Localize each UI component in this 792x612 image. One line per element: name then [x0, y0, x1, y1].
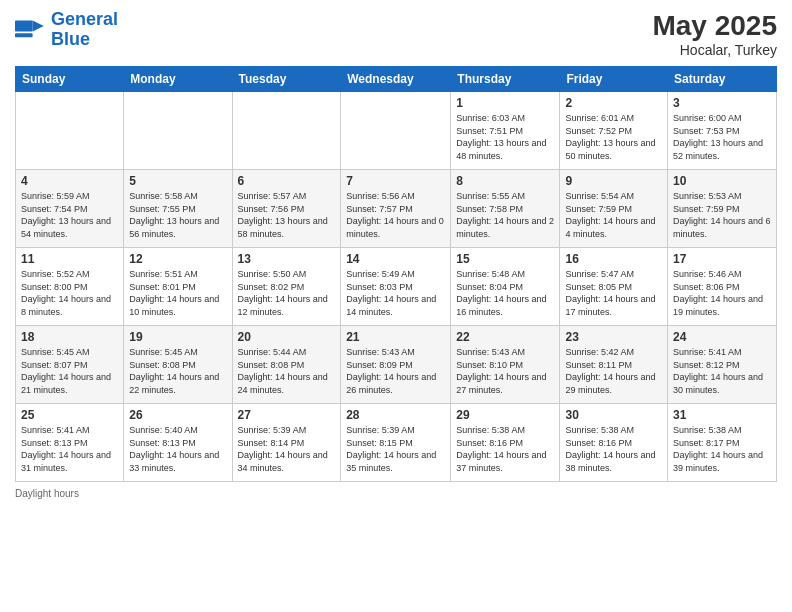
calendar-cell: 31Sunrise: 5:38 AMSunset: 8:17 PMDayligh…	[668, 404, 777, 482]
day-number: 6	[238, 174, 336, 188]
calendar-cell: 13Sunrise: 5:50 AMSunset: 8:02 PMDayligh…	[232, 248, 341, 326]
title-block: May 2025 Hocalar, Turkey	[652, 10, 777, 58]
calendar-cell: 10Sunrise: 5:53 AMSunset: 7:59 PMDayligh…	[668, 170, 777, 248]
calendar-cell: 19Sunrise: 5:45 AMSunset: 8:08 PMDayligh…	[124, 326, 232, 404]
day-number: 10	[673, 174, 771, 188]
day-info: Sunrise: 5:55 AMSunset: 7:58 PMDaylight:…	[456, 190, 554, 240]
calendar-cell: 14Sunrise: 5:49 AMSunset: 8:03 PMDayligh…	[341, 248, 451, 326]
day-header-thursday: Thursday	[451, 67, 560, 92]
calendar-cell: 17Sunrise: 5:46 AMSunset: 8:06 PMDayligh…	[668, 248, 777, 326]
day-info: Sunrise: 5:53 AMSunset: 7:59 PMDaylight:…	[673, 190, 771, 240]
day-number: 5	[129, 174, 226, 188]
day-number: 30	[565, 408, 662, 422]
logo-text: General Blue	[51, 10, 118, 50]
logo-general: General	[51, 9, 118, 29]
logo: General Blue	[15, 10, 118, 50]
day-number: 26	[129, 408, 226, 422]
day-header-saturday: Saturday	[668, 67, 777, 92]
calendar-cell	[16, 92, 124, 170]
month-title: May 2025	[652, 10, 777, 42]
day-number: 4	[21, 174, 118, 188]
week-row-2: 4Sunrise: 5:59 AMSunset: 7:54 PMDaylight…	[16, 170, 777, 248]
day-number: 12	[129, 252, 226, 266]
calendar-cell: 12Sunrise: 5:51 AMSunset: 8:01 PMDayligh…	[124, 248, 232, 326]
footer: Daylight hours	[15, 488, 777, 499]
calendar-cell: 9Sunrise: 5:54 AMSunset: 7:59 PMDaylight…	[560, 170, 668, 248]
calendar-table: SundayMondayTuesdayWednesdayThursdayFrid…	[15, 66, 777, 482]
day-info: Sunrise: 5:39 AMSunset: 8:15 PMDaylight:…	[346, 424, 445, 474]
day-info: Sunrise: 5:46 AMSunset: 8:06 PMDaylight:…	[673, 268, 771, 318]
calendar-cell: 30Sunrise: 5:38 AMSunset: 8:16 PMDayligh…	[560, 404, 668, 482]
day-info: Sunrise: 5:59 AMSunset: 7:54 PMDaylight:…	[21, 190, 118, 240]
day-info: Sunrise: 5:38 AMSunset: 8:16 PMDaylight:…	[565, 424, 662, 474]
calendar-cell: 26Sunrise: 5:40 AMSunset: 8:13 PMDayligh…	[124, 404, 232, 482]
calendar-cell: 21Sunrise: 5:43 AMSunset: 8:09 PMDayligh…	[341, 326, 451, 404]
svg-marker-1	[33, 20, 44, 31]
page: General Blue May 2025 Hocalar, Turkey Su…	[0, 0, 792, 612]
calendar-cell: 3Sunrise: 6:00 AMSunset: 7:53 PMDaylight…	[668, 92, 777, 170]
week-row-4: 18Sunrise: 5:45 AMSunset: 8:07 PMDayligh…	[16, 326, 777, 404]
location-title: Hocalar, Turkey	[652, 42, 777, 58]
day-info: Sunrise: 5:49 AMSunset: 8:03 PMDaylight:…	[346, 268, 445, 318]
day-number: 9	[565, 174, 662, 188]
day-number: 14	[346, 252, 445, 266]
day-header-monday: Monday	[124, 67, 232, 92]
day-info: Sunrise: 5:41 AMSunset: 8:12 PMDaylight:…	[673, 346, 771, 396]
calendar-cell: 4Sunrise: 5:59 AMSunset: 7:54 PMDaylight…	[16, 170, 124, 248]
calendar-cell: 5Sunrise: 5:58 AMSunset: 7:55 PMDaylight…	[124, 170, 232, 248]
calendar-cell: 1Sunrise: 6:03 AMSunset: 7:51 PMDaylight…	[451, 92, 560, 170]
day-number: 23	[565, 330, 662, 344]
week-row-1: 1Sunrise: 6:03 AMSunset: 7:51 PMDaylight…	[16, 92, 777, 170]
day-info: Sunrise: 5:41 AMSunset: 8:13 PMDaylight:…	[21, 424, 118, 474]
day-info: Sunrise: 5:43 AMSunset: 8:09 PMDaylight:…	[346, 346, 445, 396]
svg-rect-2	[15, 33, 33, 37]
day-info: Sunrise: 5:39 AMSunset: 8:14 PMDaylight:…	[238, 424, 336, 474]
day-header-sunday: Sunday	[16, 67, 124, 92]
day-number: 21	[346, 330, 445, 344]
day-number: 18	[21, 330, 118, 344]
day-info: Sunrise: 5:58 AMSunset: 7:55 PMDaylight:…	[129, 190, 226, 240]
day-info: Sunrise: 5:51 AMSunset: 8:01 PMDaylight:…	[129, 268, 226, 318]
calendar-cell: 15Sunrise: 5:48 AMSunset: 8:04 PMDayligh…	[451, 248, 560, 326]
calendar-cell: 29Sunrise: 5:38 AMSunset: 8:16 PMDayligh…	[451, 404, 560, 482]
calendar-cell: 2Sunrise: 6:01 AMSunset: 7:52 PMDaylight…	[560, 92, 668, 170]
day-info: Sunrise: 5:57 AMSunset: 7:56 PMDaylight:…	[238, 190, 336, 240]
day-number: 17	[673, 252, 771, 266]
day-info: Sunrise: 5:48 AMSunset: 8:04 PMDaylight:…	[456, 268, 554, 318]
calendar-cell: 6Sunrise: 5:57 AMSunset: 7:56 PMDaylight…	[232, 170, 341, 248]
day-number: 27	[238, 408, 336, 422]
day-info: Sunrise: 5:50 AMSunset: 8:02 PMDaylight:…	[238, 268, 336, 318]
day-number: 15	[456, 252, 554, 266]
day-info: Sunrise: 5:38 AMSunset: 8:16 PMDaylight:…	[456, 424, 554, 474]
week-row-5: 25Sunrise: 5:41 AMSunset: 8:13 PMDayligh…	[16, 404, 777, 482]
calendar-header-row: SundayMondayTuesdayWednesdayThursdayFrid…	[16, 67, 777, 92]
calendar-cell	[232, 92, 341, 170]
day-info: Sunrise: 5:42 AMSunset: 8:11 PMDaylight:…	[565, 346, 662, 396]
daylight-label: Daylight hours	[15, 488, 79, 499]
day-info: Sunrise: 5:54 AMSunset: 7:59 PMDaylight:…	[565, 190, 662, 240]
calendar-cell: 8Sunrise: 5:55 AMSunset: 7:58 PMDaylight…	[451, 170, 560, 248]
calendar-cell	[124, 92, 232, 170]
logo-blue: Blue	[51, 29, 90, 49]
day-info: Sunrise: 5:56 AMSunset: 7:57 PMDaylight:…	[346, 190, 445, 240]
day-number: 31	[673, 408, 771, 422]
day-number: 8	[456, 174, 554, 188]
day-info: Sunrise: 5:43 AMSunset: 8:10 PMDaylight:…	[456, 346, 554, 396]
day-number: 19	[129, 330, 226, 344]
calendar-cell: 28Sunrise: 5:39 AMSunset: 8:15 PMDayligh…	[341, 404, 451, 482]
calendar-cell	[341, 92, 451, 170]
day-number: 13	[238, 252, 336, 266]
day-number: 1	[456, 96, 554, 110]
logo-icon	[15, 14, 47, 46]
day-info: Sunrise: 5:40 AMSunset: 8:13 PMDaylight:…	[129, 424, 226, 474]
day-number: 24	[673, 330, 771, 344]
calendar-cell: 18Sunrise: 5:45 AMSunset: 8:07 PMDayligh…	[16, 326, 124, 404]
calendar-cell: 16Sunrise: 5:47 AMSunset: 8:05 PMDayligh…	[560, 248, 668, 326]
day-number: 28	[346, 408, 445, 422]
day-number: 7	[346, 174, 445, 188]
day-header-wednesday: Wednesday	[341, 67, 451, 92]
day-info: Sunrise: 5:52 AMSunset: 8:00 PMDaylight:…	[21, 268, 118, 318]
day-info: Sunrise: 5:44 AMSunset: 8:08 PMDaylight:…	[238, 346, 336, 396]
day-info: Sunrise: 5:47 AMSunset: 8:05 PMDaylight:…	[565, 268, 662, 318]
day-number: 22	[456, 330, 554, 344]
